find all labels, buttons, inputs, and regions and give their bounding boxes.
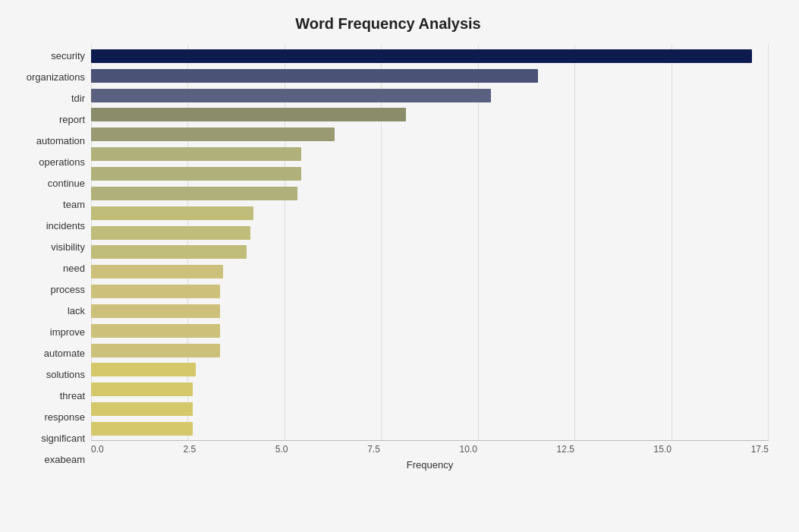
bar-row: [91, 146, 769, 162]
chart-container: Word Frequency Analysis securityorganiza…: [0, 0, 799, 532]
y-label: process: [50, 285, 85, 294]
bar: [91, 108, 406, 121]
bar-row: [91, 107, 769, 122]
y-label: threat: [60, 391, 85, 401]
bars-area: [91, 45, 769, 440]
y-label: response: [45, 412, 85, 422]
x-tick: 0.0: [91, 444, 104, 455]
bar-row: [91, 166, 769, 181]
bar-row: [91, 421, 769, 436]
y-label: organizations: [27, 72, 85, 82]
y-label: lack: [68, 306, 85, 316]
y-label: operations: [39, 157, 85, 167]
bar: [91, 363, 196, 376]
y-label: improve: [50, 327, 85, 337]
x-tick: 2.5: [183, 444, 196, 455]
bar-row: [91, 264, 769, 279]
x-tick: 5.0: [275, 444, 288, 455]
y-label: significant: [41, 433, 85, 443]
x-axis-label: Frequency: [91, 459, 769, 471]
y-label: continue: [48, 178, 85, 188]
y-label: tdir: [71, 93, 85, 103]
bar: [91, 206, 253, 220]
bar-row: [91, 401, 769, 417]
y-label: need: [63, 263, 85, 273]
bar-row: [91, 244, 769, 260]
bar: [91, 304, 220, 318]
bar: [91, 89, 491, 102]
bar: [91, 344, 220, 357]
y-label: automate: [44, 348, 85, 358]
bar: [91, 49, 752, 63]
bar-row: [91, 68, 769, 83]
bar: [91, 422, 193, 436]
bar-row: [91, 362, 769, 377]
bar-row: [91, 88, 769, 103]
y-label: incidents: [46, 221, 85, 231]
y-label: security: [51, 51, 85, 61]
bar-row: [91, 284, 769, 299]
bar-row: [91, 382, 769, 397]
bar: [91, 285, 220, 298]
bar: [91, 187, 297, 200]
y-label: team: [63, 200, 85, 209]
bars-and-xaxis: 0.02.55.07.510.012.515.017.5 Frequency: [91, 45, 769, 471]
y-label: visibility: [51, 242, 85, 252]
bar: [91, 147, 301, 161]
bar-row: [91, 127, 769, 142]
chart-title: Word Frequency Analysis: [8, 15, 769, 33]
y-label: exabeam: [45, 455, 85, 464]
bar-row: [91, 206, 769, 221]
bar: [91, 69, 538, 83]
y-label: solutions: [46, 370, 85, 379]
bar-row: [91, 323, 769, 338]
y-label: automation: [36, 136, 85, 146]
bar: [91, 167, 301, 181]
bar: [91, 382, 193, 396]
bar: [91, 324, 220, 338]
bar: [91, 127, 335, 141]
bar: [91, 265, 223, 279]
chart-area: securityorganizationstdirreportautomatio…: [8, 45, 769, 471]
bars-wrapper: [91, 45, 769, 440]
y-axis-labels: securityorganizationstdirreportautomatio…: [8, 45, 91, 471]
bar: [91, 245, 247, 259]
x-tick: 7.5: [367, 444, 380, 455]
bar-row: [91, 343, 769, 358]
bar-row: [91, 304, 769, 319]
bar-row: [91, 225, 769, 241]
x-tick: 17.5: [751, 444, 769, 455]
bar-row: [91, 186, 769, 201]
x-axis: 0.02.55.07.510.012.515.017.5: [91, 440, 769, 455]
bar-row: [91, 49, 769, 64]
bar: [91, 402, 193, 416]
x-tick: 10.0: [460, 444, 477, 455]
bar: [91, 226, 250, 240]
y-label: report: [59, 115, 85, 124]
x-tick: 12.5: [557, 444, 574, 455]
x-tick: 15.0: [654, 444, 672, 455]
